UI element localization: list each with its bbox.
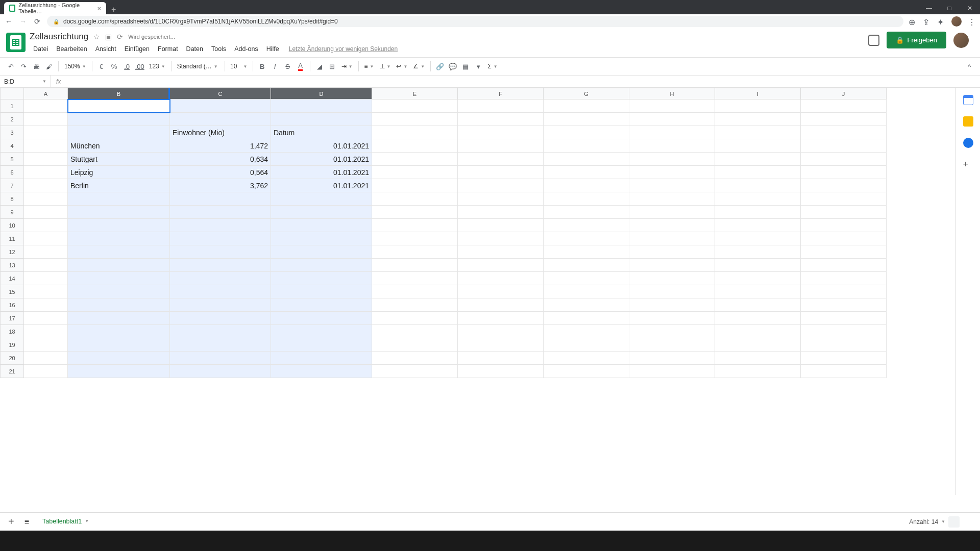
cell-C2[interactable]: [170, 113, 271, 126]
all-sheets-button[interactable]: ≡: [21, 517, 32, 527]
row-header[interactable]: 10: [1, 219, 24, 232]
cell-I4[interactable]: [715, 139, 801, 153]
cell-D2[interactable]: [271, 113, 372, 126]
cell-B7[interactable]: Berlin: [68, 179, 170, 192]
column-header-i[interactable]: I: [715, 88, 801, 99]
menu-tools[interactable]: Tools: [208, 44, 230, 54]
cell-E15[interactable]: [372, 285, 458, 298]
kebab-menu-icon[interactable]: ⋮: [968, 17, 976, 26]
cell-H2[interactable]: [629, 113, 715, 126]
calendar-icon[interactable]: [963, 95, 973, 105]
cell-I15[interactable]: [715, 285, 801, 298]
cell-A9[interactable]: [24, 206, 68, 219]
cell-C7[interactable]: 3,762: [170, 179, 271, 192]
cell-D21[interactable]: [271, 365, 372, 378]
menu-addons[interactable]: Add-ons: [231, 44, 262, 54]
cell-C9[interactable]: [170, 206, 271, 219]
cell-J10[interactable]: [801, 219, 887, 232]
row-header[interactable]: 3: [1, 126, 24, 139]
cell-C15[interactable]: [170, 285, 271, 298]
cell-F19[interactable]: [458, 338, 544, 352]
cell-F20[interactable]: [458, 352, 544, 365]
cell-E2[interactable]: [372, 113, 458, 126]
functions-button[interactable]: Σ▼: [485, 63, 499, 70]
cell-E3[interactable]: [372, 126, 458, 139]
cell-H6[interactable]: [629, 166, 715, 179]
cell-G20[interactable]: [544, 352, 629, 365]
cell-F2[interactable]: [458, 113, 544, 126]
borders-button[interactable]: ⊞: [327, 60, 338, 72]
cell-D9[interactable]: [271, 206, 372, 219]
cell-C21[interactable]: [170, 365, 271, 378]
reload-button[interactable]: ⟳: [33, 17, 42, 26]
cell-F4[interactable]: [458, 139, 544, 153]
cell-I17[interactable]: [715, 312, 801, 325]
cell-I9[interactable]: [715, 206, 801, 219]
cell-A6[interactable]: [24, 166, 68, 179]
cell-A18[interactable]: [24, 325, 68, 338]
zoom-select[interactable]: 150% ▼: [62, 63, 88, 70]
cell-F12[interactable]: [458, 245, 544, 259]
rotate-button[interactable]: ∠▼: [411, 63, 427, 70]
new-tab-button[interactable]: +: [106, 5, 121, 14]
cell-E5[interactable]: [372, 153, 458, 166]
cell-D7[interactable]: 01.01.2021: [271, 179, 372, 192]
cell-H20[interactable]: [629, 352, 715, 365]
cell-B16[interactable]: [68, 298, 170, 312]
cell-G9[interactable]: [544, 206, 629, 219]
cell-I18[interactable]: [715, 325, 801, 338]
cell-C18[interactable]: [170, 325, 271, 338]
fill-color-button[interactable]: ◢: [314, 60, 325, 72]
undo-button[interactable]: ↶: [5, 60, 16, 72]
cell-F17[interactable]: [458, 312, 544, 325]
print-button[interactable]: 🖶: [31, 60, 42, 72]
column-header-d[interactable]: D: [271, 88, 372, 99]
cell-C8[interactable]: [170, 192, 271, 206]
cell-E1[interactable]: [372, 99, 458, 113]
cell-J4[interactable]: [801, 139, 887, 153]
cell-B5[interactable]: Stuttgart: [68, 153, 170, 166]
cell-C1[interactable]: [170, 99, 271, 113]
cell-G15[interactable]: [544, 285, 629, 298]
cell-D6[interactable]: 01.01.2021: [271, 166, 372, 179]
cell-B15[interactable]: [68, 285, 170, 298]
paint-format-button[interactable]: 🖌: [43, 60, 55, 72]
cell-H9[interactable]: [629, 206, 715, 219]
wrap-button[interactable]: ↩▼: [394, 63, 409, 70]
row-header[interactable]: 11: [1, 232, 24, 245]
maximize-button[interactable]: □: [939, 2, 960, 14]
cell-A15[interactable]: [24, 285, 68, 298]
cell-F13[interactable]: [458, 259, 544, 272]
italic-button[interactable]: I: [270, 60, 281, 72]
share-button[interactable]: 🔒 Freigeben: [887, 32, 946, 48]
row-header[interactable]: 21: [1, 365, 24, 378]
cell-C17[interactable]: [170, 312, 271, 325]
collapse-toolbar-button[interactable]: ^: [964, 60, 975, 72]
cell-E18[interactable]: [372, 325, 458, 338]
zoom-icon[interactable]: ⊕: [909, 17, 917, 26]
cell-I14[interactable]: [715, 272, 801, 285]
selection-status[interactable]: Anzahl: 14: [909, 518, 938, 525]
cell-J2[interactable]: [801, 113, 887, 126]
cell-D20[interactable]: [271, 352, 372, 365]
cell-I19[interactable]: [715, 338, 801, 352]
cell-D18[interactable]: [271, 325, 372, 338]
cell-H17[interactable]: [629, 312, 715, 325]
menu-view[interactable]: Ansicht: [92, 44, 120, 54]
menu-edit[interactable]: Bearbeiten: [53, 44, 90, 54]
cell-D1[interactable]: [271, 99, 372, 113]
row-header[interactable]: 1: [1, 99, 24, 113]
column-header-b[interactable]: B: [68, 88, 170, 99]
profile-avatar[interactable]: [951, 16, 962, 27]
menu-file[interactable]: Datei: [30, 44, 52, 54]
cell-H12[interactable]: [629, 245, 715, 259]
cell-B10[interactable]: [68, 219, 170, 232]
column-header-f[interactable]: F: [458, 88, 544, 99]
cell-F10[interactable]: [458, 219, 544, 232]
cell-J9[interactable]: [801, 206, 887, 219]
cell-G5[interactable]: [544, 153, 629, 166]
close-tab-icon[interactable]: ×: [97, 5, 101, 12]
cell-H4[interactable]: [629, 139, 715, 153]
cell-G6[interactable]: [544, 166, 629, 179]
cell-E8[interactable]: [372, 192, 458, 206]
